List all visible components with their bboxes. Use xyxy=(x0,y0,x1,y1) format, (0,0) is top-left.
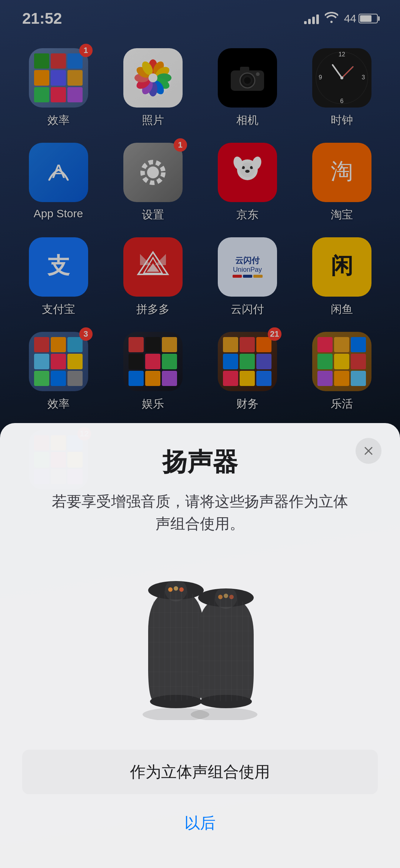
later-button[interactable]: 以后 xyxy=(184,813,216,834)
svg-point-102 xyxy=(229,595,234,599)
use-stereo-button[interactable]: 作为立体声组合使用 xyxy=(22,750,378,794)
svg-point-81 xyxy=(179,587,184,592)
svg-point-100 xyxy=(218,595,223,599)
svg-point-80 xyxy=(174,586,178,591)
modal-sheet: 扬声器 若要享受增强音质，请将这些扬声器作为立体声组合使用。 xyxy=(0,423,400,868)
modal-description: 若要享受增强音质，请将这些扬声器作为立体声组合使用。 xyxy=(48,490,352,535)
modal-close-button[interactable] xyxy=(356,438,381,464)
svg-point-60 xyxy=(191,708,257,720)
modal-title: 扬声器 xyxy=(162,445,238,479)
modal-overlay: 扬声器 若要享受增强音质，请将这些扬声器作为立体声组合使用。 xyxy=(0,349,400,868)
svg-point-101 xyxy=(224,594,228,598)
speaker-image xyxy=(115,564,285,720)
svg-point-79 xyxy=(168,587,173,592)
